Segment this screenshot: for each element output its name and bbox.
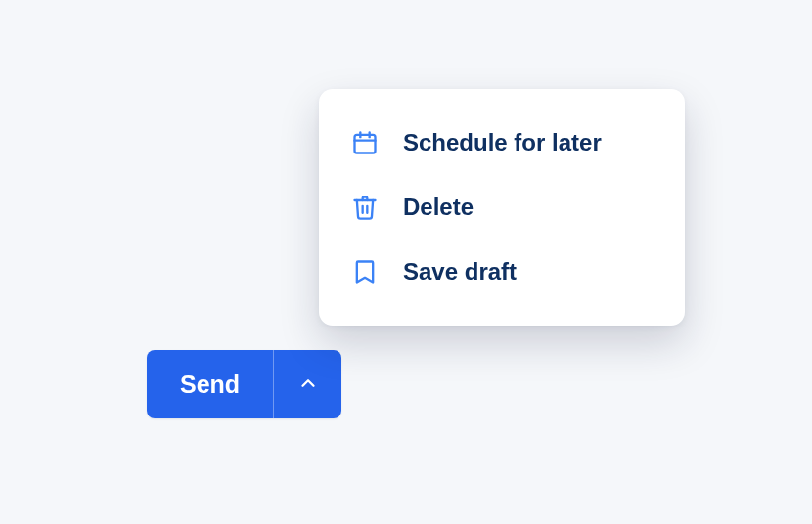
bookmark-icon	[350, 257, 380, 286]
menu-item-label: Schedule for later	[403, 129, 602, 156]
chevron-up-icon	[297, 372, 319, 397]
trash-icon	[350, 193, 380, 222]
send-split-button: Send	[147, 350, 341, 418]
menu-item-label: Save draft	[403, 258, 517, 285]
menu-item-label: Delete	[403, 194, 474, 221]
menu-item-delete[interactable]: Delete	[319, 175, 685, 240]
send-button-label: Send	[180, 371, 240, 399]
calendar-icon	[350, 128, 380, 157]
menu-item-schedule[interactable]: Schedule for later	[319, 110, 685, 175]
dropdown-toggle-button[interactable]	[273, 350, 341, 418]
menu-item-save-draft[interactable]: Save draft	[319, 240, 685, 304]
svg-rect-0	[355, 135, 376, 153]
send-button[interactable]: Send	[147, 350, 273, 418]
dropdown-menu: Schedule for later Delete Save draft	[319, 89, 685, 326]
